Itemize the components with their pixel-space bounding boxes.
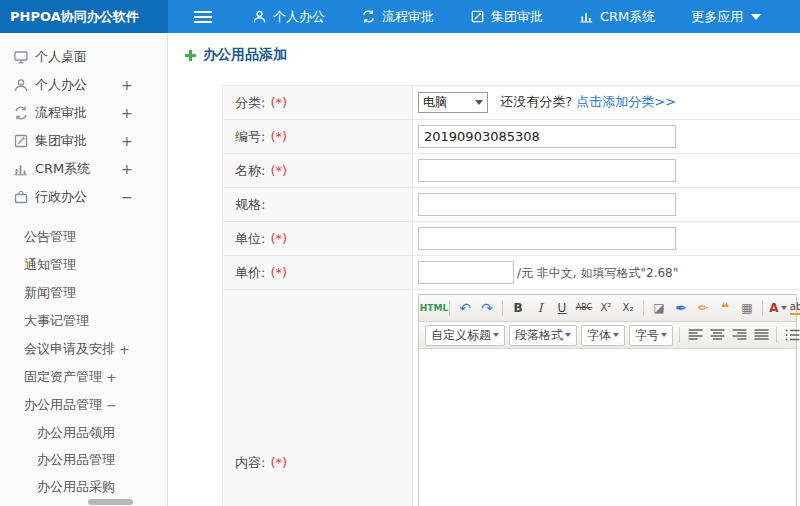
sidebar-item-label: 个人办公 (35, 76, 87, 94)
field-label: 分类: (235, 95, 265, 110)
required-marker: (*) (270, 231, 287, 246)
toolbar-separator (776, 327, 777, 343)
nav-more-apps[interactable]: 更多应用 (691, 8, 761, 26)
sidebar-item-notice-mgmt[interactable]: 通知管理 (0, 251, 167, 279)
nav-personal-office[interactable]: 个人办公 (252, 8, 325, 26)
sidebar-item-fixed-assets-mgmt[interactable]: 固定资产管理 + (0, 363, 167, 391)
sidebar-item-admin-office[interactable]: 行政办公 − (0, 183, 167, 211)
content-label-cell: 内容:(*) (223, 290, 413, 506)
sidebar-item-crm-system[interactable]: CRM系统 + (0, 155, 167, 183)
sidebar-item-supplies-purchase[interactable]: 办公用品采购 (0, 473, 167, 500)
caret-down-icon (493, 333, 499, 337)
sidebar-item-label: 办公用品管理 (37, 451, 115, 469)
editor-content-area[interactable] (419, 349, 796, 506)
nav-label: CRM系统 (600, 8, 655, 26)
sidebar-item-personal-office[interactable]: 个人办公 + (0, 71, 167, 99)
menu-toggle-icon[interactable] (194, 11, 212, 23)
align-right-icon[interactable] (729, 325, 749, 345)
expand-icon[interactable]: + (121, 77, 133, 93)
field-label: 单位: (235, 231, 265, 246)
align-center-icon[interactable] (707, 325, 727, 345)
sidebar: 个人桌面 个人办公 + 流程审批 + 集团审批 + (0, 33, 168, 506)
nav-process-approval[interactable]: 流程审批 (361, 8, 434, 26)
redo-button[interactable]: ↷ (477, 298, 497, 318)
strikethrough-button[interactable]: ABC (574, 298, 594, 318)
office-supply-form: 分类:(*) 电脑 还没有分类? 点击添加分类>> 编号:(*) 名 (222, 85, 800, 506)
sidebar-item-label: 办公用品领用 (37, 424, 115, 442)
font-color-button[interactable]: A (768, 298, 788, 318)
expand-icon[interactable]: + (121, 105, 133, 121)
no-category-text: 还没有分类? (500, 94, 572, 109)
caret-down-icon (781, 306, 787, 310)
caret-down-icon (661, 333, 667, 337)
expand-icon[interactable]: + (121, 133, 133, 149)
collapse-icon[interactable]: − (121, 189, 133, 205)
align-justify-icon[interactable] (751, 325, 771, 345)
collapse-icon[interactable]: − (106, 398, 117, 413)
dropdown-label: 自定义标题 (431, 327, 491, 344)
name-input[interactable] (418, 159, 676, 182)
sidebar-item-meeting-apply[interactable]: 会议申请及安排 + (0, 335, 167, 363)
background-color-glyph: ab (790, 301, 800, 315)
topbar: PHPOA协同办公软件 个人办公 流程审批 (0, 0, 800, 33)
code-input[interactable] (418, 125, 676, 148)
unordered-list-icon[interactable] (782, 325, 800, 345)
sidebar-item-events-mgmt[interactable]: 大事记管理 (0, 307, 167, 335)
sidebar-item-supplies-management[interactable]: 办公用品管理 (0, 446, 167, 473)
font-family-dropdown[interactable]: 字体 (581, 325, 625, 346)
expand-icon[interactable]: + (121, 161, 133, 177)
sidebar-hscrollbar-thumb[interactable] (88, 499, 133, 505)
page-title-text: 办公用品添加 (203, 46, 287, 64)
add-category-link[interactable]: 点击添加分类>> (576, 94, 676, 109)
bar-chart-icon (13, 161, 29, 177)
background-color-button[interactable]: ab (790, 298, 800, 318)
nav-crm-system[interactable]: CRM系统 (579, 8, 655, 26)
category-select[interactable]: 电脑 (418, 92, 488, 113)
undo-button[interactable]: ↶ (455, 298, 475, 318)
sidebar-item-supplies-requisition[interactable]: 办公用品领用 (0, 419, 167, 446)
nav-label: 个人办公 (273, 8, 325, 26)
required-marker: (*) (270, 265, 287, 280)
app-logo: PHPOA协同办公软件 (0, 0, 168, 33)
format-painter-button[interactable]: ✒ (671, 298, 691, 318)
insert-table-button[interactable]: ▦ (737, 298, 757, 318)
form-row-price: 单价:(*) /元 非中文, 如填写格式"2.68" (223, 256, 800, 290)
sidebar-item-label: 个人桌面 (35, 48, 87, 66)
flow-icon (361, 9, 376, 24)
sidebar-item-process-approval[interactable]: 流程审批 + (0, 99, 167, 127)
sidebar-item-group-approval[interactable]: 集团审批 + (0, 127, 167, 155)
underline-button[interactable]: U (552, 298, 572, 318)
toolbar-separator (449, 300, 450, 316)
price-input[interactable] (418, 261, 514, 284)
custom-title-dropdown[interactable]: 自定义标题 (425, 325, 505, 346)
html-source-button[interactable]: HTML (424, 298, 444, 318)
sidebar-item-office-supplies-mgmt[interactable]: 办公用品管理 − (0, 391, 167, 419)
subscript-button[interactable]: X₂ (618, 298, 638, 318)
remove-format-eraser-button[interactable]: ◪ (649, 298, 669, 318)
blockquote-button[interactable]: ❝ (715, 298, 735, 318)
sidebar-item-news-mgmt[interactable]: 新闻管理 (0, 279, 167, 307)
field-label: 编号: (235, 129, 265, 144)
sidebar-item-label: CRM系统 (35, 160, 90, 178)
italic-button[interactable]: I (530, 298, 550, 318)
unit-input[interactable] (418, 227, 676, 250)
spec-input[interactable] (418, 193, 676, 216)
bold-button[interactable]: B (508, 298, 528, 318)
nav-group-approval[interactable]: 集团审批 (470, 8, 543, 26)
dropdown-label: 段落格式 (515, 327, 563, 344)
category-value-cell: 电脑 还没有分类? 点击添加分类>> (413, 86, 800, 120)
font-size-dropdown[interactable]: 字号 (629, 325, 673, 346)
expand-icon[interactable]: + (119, 342, 130, 357)
paragraph-format-dropdown[interactable]: 段落格式 (509, 325, 577, 346)
sidebar-item-personal-desktop[interactable]: 个人桌面 (0, 43, 167, 71)
caret-down-icon (613, 333, 619, 337)
price-format-hint: /元 非中文, 如填写格式"2.68" (517, 266, 678, 280)
align-left-icon[interactable] (685, 325, 705, 345)
expand-icon[interactable]: + (106, 370, 117, 385)
sidebar-item-announcement-mgmt[interactable]: 公告管理 (0, 223, 167, 251)
code-label-cell: 编号:(*) (223, 120, 413, 154)
sidebar-item-label: 办公用品采购 (37, 478, 115, 496)
superscript-button[interactable]: X² (596, 298, 616, 318)
highlight-pen-button[interactable]: ✏ (693, 298, 713, 318)
sidebar-item-label: 新闻管理 (24, 284, 76, 302)
